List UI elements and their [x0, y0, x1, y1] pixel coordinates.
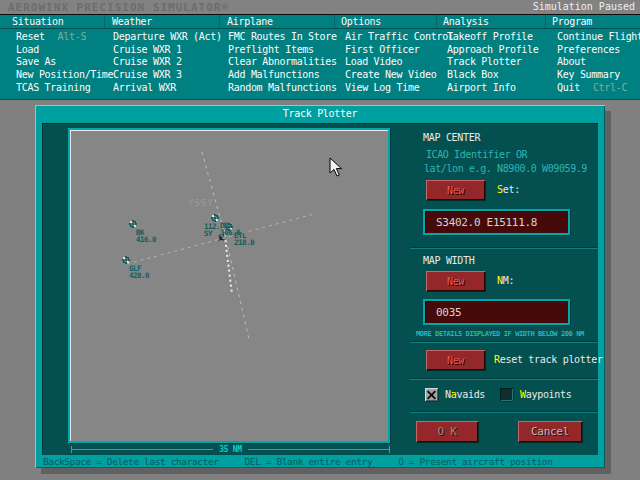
navaids-checkbox[interactable] [425, 388, 438, 401]
menu-column-analysis: Takeoff Profile Approach Profile Track P… [447, 31, 539, 94]
menu-separator [104, 15, 105, 30]
dialog-title: Track Plotter [35, 105, 605, 123]
menu-column-situation: ResetAlt-S Load Save As New Position/Tim… [16, 31, 113, 94]
ok-button[interactable]: O K [416, 421, 478, 442]
menu-column-program: Continue Flight Preferences About Key Su… [557, 31, 640, 94]
map-width-note: MORE DETAILS DISPLAYED IF WIDTH BELOW 20… [416, 330, 584, 338]
waypoints-label: Waypoints [520, 389, 572, 400]
reset-new-button[interactable]: New [426, 350, 485, 370]
map-center-heading: MAP CENTER [423, 132, 480, 143]
navaid-label-etl: ETL 218.0 [234, 232, 254, 246]
menu-item-load[interactable]: Load [16, 44, 113, 57]
menu-item-new-position-time[interactable]: New Position/Time [16, 69, 113, 82]
menu-item-cruise-wxr-2[interactable]: Cruise WXR 2 [113, 56, 222, 69]
menu-column-options: Air Traffic Control First Officer Load V… [345, 31, 454, 94]
menu-item-cruise-wxr-3[interactable]: Cruise WXR 3 [113, 69, 222, 82]
nm-label: NM: [497, 275, 514, 286]
menu-separator [436, 15, 437, 30]
section-divider [410, 411, 598, 413]
track-plotter-dialog: Track Plotter YSSY BK 416.0GLF 428.0112.… [35, 105, 605, 468]
menu-item-load-video[interactable]: Load Video [345, 56, 454, 69]
menu-weather[interactable]: Weather [112, 16, 152, 27]
mouse-cursor-icon [329, 157, 343, 178]
navaid-symbol-glf [125, 259, 127, 261]
menu-bar: Situation Weather Airplane Options Analy… [0, 14, 640, 29]
menu-item-random-malfunctions[interactable]: Random Malfunctions [228, 82, 337, 95]
reset-track-plotter-label: Reset track plotter [494, 354, 603, 365]
menu-item-continue-flight[interactable]: Continue Flight [557, 31, 640, 44]
map-center-input[interactable]: S3402.0 E15111.8 [423, 209, 570, 235]
footer-hint-backspace: BackSpace = Delete last character [43, 456, 219, 467]
section-divider [410, 378, 598, 380]
menu-item-add-malfunctions[interactable]: Add Malfunctions [228, 69, 337, 82]
waypoints-checkbox[interactable] [500, 388, 513, 401]
menu-item-preflight-items[interactable]: Preflight Items [228, 44, 337, 57]
simulation-status: Simulation Paused [533, 1, 635, 12]
dialog-footer: BackSpace = Delete last character DEL = … [35, 455, 605, 468]
section-divider [410, 341, 598, 343]
menu-analysis[interactable]: Analysis [443, 16, 489, 27]
menu-item-tcas-training[interactable]: TCAS Training [16, 82, 113, 95]
menu-item-shortcut: Ctrl-C [593, 82, 627, 93]
map-center-hint-1: ICAO Identifier OR [426, 149, 527, 160]
map-scale-bar: 35 NM [71, 445, 390, 454]
set-rest: et: [503, 184, 520, 195]
menu-program[interactable]: Program [552, 16, 592, 27]
menu-item-approach-profile[interactable]: Approach Profile [447, 44, 539, 57]
menu-item-clear-abnormalities[interactable]: Clear Abnormalities [228, 56, 337, 69]
reset-rest: eset track plotter [500, 354, 603, 365]
airport-label: YSSY [188, 198, 214, 208]
menu-item-key-summary[interactable]: Key Summary [557, 69, 640, 82]
menu-column-airplane: FMC Routes In Store Preflight Items Clea… [228, 31, 337, 94]
menu-item-first-officer[interactable]: First Officer [345, 44, 454, 57]
menu-item-air-traffic-control[interactable]: Air Traffic Control [345, 31, 454, 44]
menu-separator [219, 15, 220, 30]
app-title: AEROWINX PRECISION SIMULATOR® [8, 1, 229, 14]
menu-item-airport-info[interactable]: Airport Info [447, 82, 539, 95]
map-width-input[interactable]: 0035 [423, 299, 570, 325]
menu-item-cruise-wxr-1[interactable]: Cruise WXR 1 [113, 44, 222, 57]
menu-airplane[interactable]: Airplane [227, 16, 273, 27]
menu-column-weather: Departure WXR (Act) Cruise WXR 1 Cruise … [113, 31, 222, 94]
map-center-new-button[interactable]: New [426, 180, 485, 200]
menu-item-arrival-wxr[interactable]: Arrival WXR [113, 82, 222, 95]
menu-item-about[interactable]: About [557, 56, 640, 69]
menu-item-reset[interactable]: ResetAlt-S [16, 31, 113, 44]
section-divider [410, 247, 598, 249]
menu-item-departure-wxr[interactable]: Departure WXR (Act) [113, 31, 222, 44]
menu-item-black-box[interactable]: Black Box [447, 69, 539, 82]
menu-item-preferences[interactable]: Preferences [557, 44, 640, 57]
menu-separator [334, 15, 335, 30]
cancel-button[interactable]: Cancel [518, 421, 582, 442]
navaids-rest: vaids [456, 389, 485, 400]
dialog-body: YSSY BK 416.0GLF 428.0112. SYDM. 366.8ET… [42, 123, 598, 455]
menu-item-quit[interactable]: QuitCtrl-C [557, 82, 640, 95]
map-width-value: 0035 [436, 306, 461, 319]
menu-item-create-new-video[interactable]: Create New Video [345, 69, 454, 82]
footer-hint-del: DEL = Blank entire entry [245, 456, 373, 467]
menu-item-save-as[interactable]: Save As [16, 56, 113, 69]
menu-item-takeoff-profile[interactable]: Takeoff Profile [447, 31, 539, 44]
track-map[interactable]: YSSY BK 416.0GLF 428.0112. SYDM. 366.8ET… [68, 128, 390, 443]
titlebar: AEROWINX PRECISION SIMULATOR® Simulation… [0, 0, 640, 14]
menu-options[interactable]: Options [341, 16, 381, 27]
set-label: Set: [497, 184, 520, 195]
menu-items-panel: ResetAlt-S Load Save As New Position/Tim… [0, 29, 640, 100]
map-width-heading: MAP WIDTH [423, 255, 475, 266]
map-route-lines [70, 130, 392, 445]
navaids-label: Navaids [445, 389, 485, 400]
map-width-new-button[interactable]: New [426, 271, 485, 291]
scale-line [248, 449, 389, 450]
menu-item-view-log-time[interactable]: View Log Time [345, 82, 454, 95]
navaid-symbol-sy [214, 217, 216, 219]
map-center-value: S3402.0 E15111.8 [436, 216, 537, 229]
menu-situation[interactable]: Situation [12, 16, 64, 27]
menu-item-track-plotter[interactable]: Track Plotter [447, 56, 539, 69]
menu-item-fmc-routes[interactable]: FMC Routes In Store [228, 31, 337, 44]
menu-separator [545, 15, 546, 30]
menu-item-label: Reset [16, 31, 45, 42]
scale-line [72, 449, 213, 450]
footer-hint-present-position: O = Present aircraft position [398, 456, 552, 467]
nm-rest: M: [503, 275, 514, 286]
waypoints-rest: aypoints [526, 389, 572, 400]
